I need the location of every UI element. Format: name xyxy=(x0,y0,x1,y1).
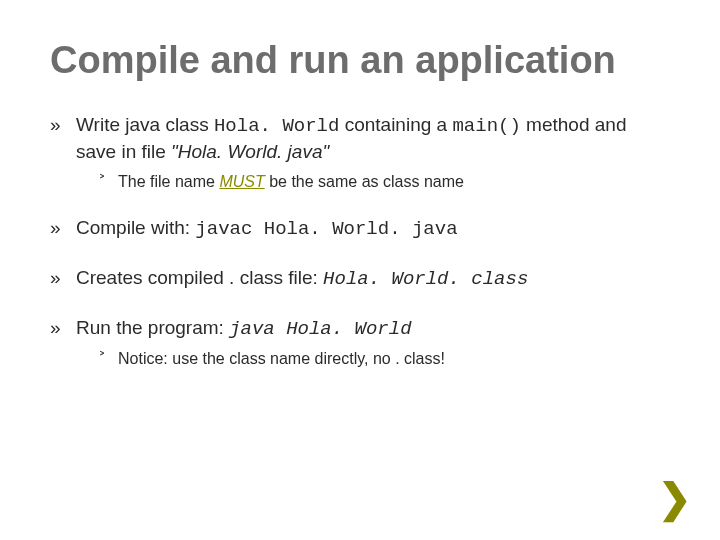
bullet-item: Compile with: javac Hola. World. java xyxy=(50,215,670,243)
bullet-item: Run the program: java Hola. WorldNotice:… xyxy=(50,315,670,371)
text-run: Hola. World. class xyxy=(323,268,528,290)
slide-title: Compile and run an application xyxy=(50,40,670,82)
sub-list: Notice: use the class name directly, no … xyxy=(98,348,670,370)
text-run: java Hola. World xyxy=(229,318,411,340)
text-run: MUST xyxy=(219,173,264,190)
sub-bullet-item: The file name MUST be the same as class … xyxy=(98,171,670,193)
bullet-item: Creates compiled . class file: Hola. Wor… xyxy=(50,265,670,293)
next-icon: ❯ xyxy=(658,478,692,518)
text-run: main() xyxy=(452,115,520,137)
text-run: "Hola. World. java" xyxy=(171,141,329,162)
text-run: Hola. World xyxy=(214,115,339,137)
sub-bullet-item: Notice: use the class name directly, no … xyxy=(98,348,670,370)
bullet-item: Write java class Hola. World containing … xyxy=(50,112,670,194)
text-run: javac Hola. World. java xyxy=(195,218,457,240)
slide: Compile and run an application Write jav… xyxy=(0,0,720,540)
bullet-list: Write java class Hola. World containing … xyxy=(50,112,670,371)
sub-list: The file name MUST be the same as class … xyxy=(98,171,670,193)
